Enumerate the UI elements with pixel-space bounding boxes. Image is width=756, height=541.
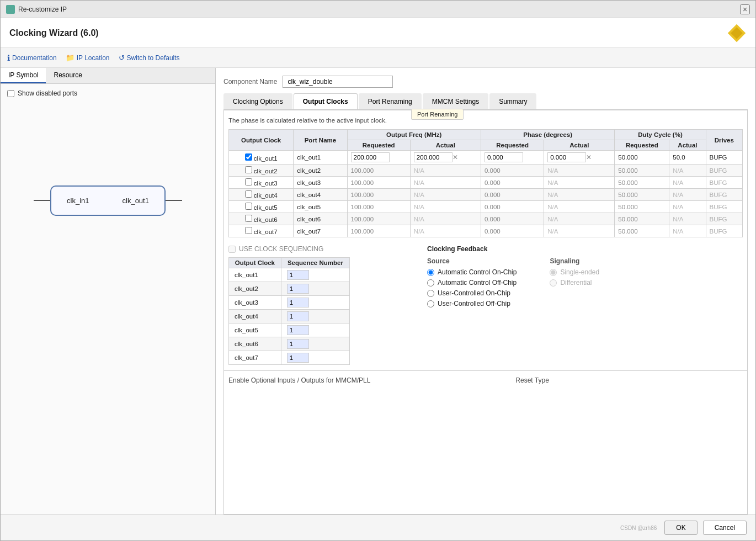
section-row: USE CLOCK SEQUENCING Output Clock Sequen… (228, 245, 743, 370)
clock-duty-req-3: 50.000 (615, 189, 669, 201)
tab-mmcm-settings[interactable]: MMCM Settings (423, 93, 488, 109)
signaling-radio-diff[interactable] (550, 279, 557, 287)
config-tabs: Clocking Options Output Clocks Port Rena… (223, 93, 748, 110)
cancel-button[interactable]: Cancel (703, 521, 747, 535)
clock-phase-req-2: 0.000 (481, 177, 544, 189)
clock-phase-act-input-0[interactable] (547, 152, 586, 162)
tab-ip-symbol[interactable]: IP Symbol (1, 68, 46, 83)
clock-phase-act-4: N/A (544, 201, 615, 213)
seq-clock-2: clk_out3 (229, 296, 281, 310)
clock-duty-req-5: 50.000 (615, 213, 669, 225)
seq-clock-1: clk_out2 (229, 282, 281, 296)
seq-th-number: Sequence Number (281, 258, 349, 268)
source-radio-auto-off[interactable] (427, 279, 434, 287)
show-disabled-row: Show disabled ports (7, 89, 209, 97)
tab-clocking-options[interactable]: Clocking Options (223, 93, 292, 109)
clock-phase-req-0[interactable] (481, 151, 544, 165)
clock-drives-2: BUFG (706, 177, 742, 189)
seq-num-input-1[interactable] (287, 284, 309, 294)
component-name-input[interactable] (283, 76, 393, 88)
switch-defaults-label: Switch to Defaults (127, 54, 180, 62)
clock-duty-req-6: 50.000 (615, 225, 669, 237)
folder-icon: 📁 (66, 54, 74, 62)
seq-clock-3: clk_out4 (229, 310, 281, 323)
clock-duty-act-4: N/A (669, 201, 706, 213)
use-clock-seq-checkbox[interactable] (228, 246, 236, 253)
clock-row-enable-3: clk_out4 (229, 189, 294, 201)
ip-location-link[interactable]: 📁 IP Location (66, 54, 110, 62)
signaling-opt-2: Differential (550, 279, 599, 287)
seq-num-input-3[interactable] (287, 311, 309, 321)
sequencing-box: USE CLOCK SEQUENCING Output Clock Sequen… (228, 245, 416, 365)
clock-phase-act-2: N/A (544, 177, 615, 189)
clock-portname-2: clk_out3 (294, 177, 347, 189)
show-disabled-label: Show disabled ports (18, 89, 77, 97)
signaling-label: Signaling (550, 257, 599, 265)
main-window: Re-customize IP × Clocking Wizard (6.0) … (0, 0, 756, 541)
ok-button[interactable]: OK (664, 521, 697, 535)
th-duty-cycle: Duty Cycle (%) (615, 130, 706, 140)
source-radio-auto-on[interactable] (427, 269, 434, 276)
clock-freq-act-input-0[interactable] (414, 152, 452, 162)
switch-defaults-link[interactable]: ↺ Switch to Defaults (119, 54, 180, 62)
seq-clock-4: clk_out5 (229, 323, 281, 337)
clock-checkbox-3[interactable] (245, 190, 252, 198)
clock-checkbox-6[interactable] (245, 227, 252, 234)
clock-drives-4: BUFG (706, 201, 742, 213)
clock-checkbox-5[interactable] (245, 215, 252, 222)
seq-num-input-2[interactable] (287, 298, 309, 307)
tab-summary[interactable]: Summary (489, 93, 536, 109)
clock-drives-3: BUFG (706, 189, 742, 201)
seq-num-input-5[interactable] (287, 339, 309, 349)
clock-duty-act-0: 50.0 (669, 151, 706, 165)
clock-freq-req-input-0[interactable] (351, 152, 390, 162)
clock-checkbox-2[interactable] (245, 178, 252, 185)
source-label: Source (427, 257, 517, 265)
seq-clock-5: clk_out6 (229, 337, 281, 351)
clock-portname-4: clk_out5 (294, 201, 347, 213)
signaling-radio-single[interactable] (550, 269, 557, 276)
clock-checkbox-1[interactable] (245, 166, 252, 173)
use-clock-seq-label: USE CLOCK SEQUENCING (239, 245, 323, 253)
show-disabled-checkbox[interactable] (7, 90, 14, 97)
right-panel: Component Name Clocking Options Output C… (216, 68, 755, 515)
bottom-separator (224, 370, 747, 371)
clock-freq-act-1: N/A (410, 165, 481, 177)
clock-portname-0: clk_out1 (294, 151, 347, 165)
clock-phase-act-1: N/A (544, 165, 615, 177)
seq-clock-6: clk_out7 (229, 351, 281, 365)
clock-freq-act-0: ✕ (410, 151, 481, 165)
th-port-name: Port Name (294, 130, 347, 151)
clock-freq-act-clear-0[interactable]: ✕ (452, 153, 458, 161)
close-button[interactable]: × (740, 4, 750, 14)
clock-drives-6: BUFG (706, 225, 742, 237)
clock-checkbox-0[interactable] (245, 153, 252, 161)
clock-phase-req-4: 0.000 (481, 201, 544, 213)
source-opt-3: User-Controlled On-Chip (427, 289, 517, 297)
seq-table: Output Clock Sequence Number clk_out1clk… (228, 257, 350, 365)
title-bar: Re-customize IP × (1, 1, 755, 18)
clock-duty-req-4: 50.000 (615, 201, 669, 213)
clock-phase-req-input-0[interactable] (485, 152, 523, 162)
feedback-cols: Source Automatic Control On-Chip Automat… (427, 257, 743, 310)
th-freq-act: Actual (410, 140, 481, 151)
documentation-link[interactable]: ℹ Documentation (7, 54, 57, 62)
tab-output-clocks[interactable]: Output Clocks (294, 93, 358, 109)
clock-duty-act-6: N/A (669, 225, 706, 237)
clock-freq-req-3: 100.000 (347, 189, 410, 201)
clock-checkbox-4[interactable] (245, 203, 252, 210)
source-radio-user-on[interactable] (427, 290, 434, 297)
main-area: IP Symbol Resource Show disabled ports c… (1, 68, 755, 515)
seq-num-input-0[interactable] (287, 270, 309, 280)
clock-duty-req-2: 50.000 (615, 177, 669, 189)
clock-freq-req-0[interactable] (347, 151, 410, 165)
source-radio-user-off[interactable] (427, 300, 434, 307)
tab-resource[interactable]: Resource (46, 68, 89, 83)
th-duty-act: Actual (669, 140, 706, 151)
clock-phase-act-clear-0[interactable]: ✕ (586, 153, 592, 161)
tab-port-renaming[interactable]: Port Renaming (359, 93, 422, 109)
seq-num-cell-5 (281, 337, 349, 351)
seq-num-cell-2 (281, 296, 349, 310)
seq-num-input-6[interactable] (287, 353, 309, 363)
seq-num-input-4[interactable] (287, 325, 309, 335)
